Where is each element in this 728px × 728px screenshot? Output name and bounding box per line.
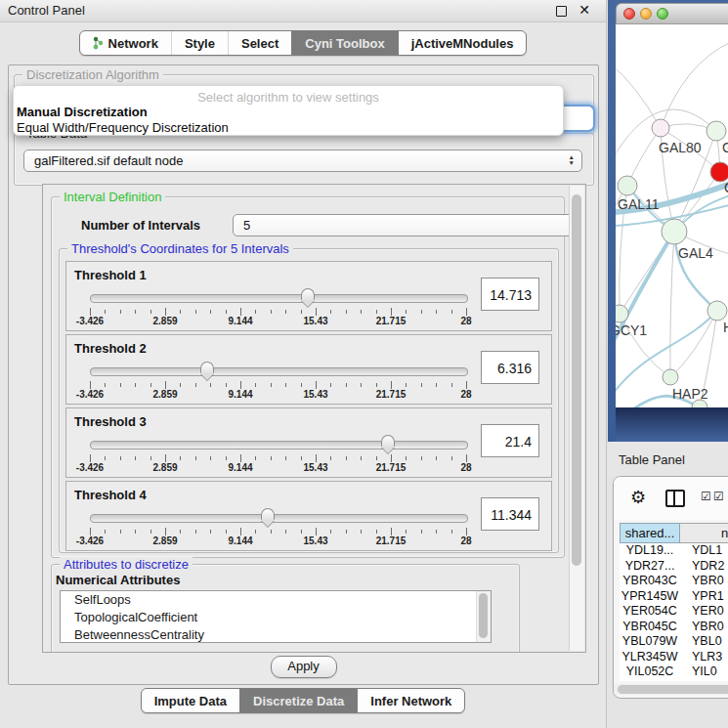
threshold-slider-thumb[interactable] [301,288,315,300]
threshold-slider-thumb[interactable] [381,435,395,447]
column-header-name[interactable]: n [680,523,728,543]
cell-shared-name: YIL052C [620,664,680,680]
tab-jactivemnodules[interactable]: jActiveMNodules [398,31,527,55]
node-label: GCY1 [616,322,647,338]
network-window-titlebar[interactable] [616,3,728,24]
network-node-gal11[interactable] [618,176,637,195]
network-node-ga[interactable] [707,121,726,141]
table-row[interactable]: YLR345WYLR3 [620,650,728,665]
table-data-combobox[interactable]: galFiltered.sif default node ▲▼ [23,150,582,172]
network-canvas[interactable]: GAL80GACGAL11GAL4GCY1HHAP2 [616,24,728,407]
attributes-scrollbar-thumb[interactable] [479,593,488,638]
vertical-scrollbar[interactable] [569,186,584,651]
attribute-item-selfloops[interactable]: SelfLoops [61,591,491,609]
threshold-label: Threshold 4 [74,488,147,502]
table-row[interactable]: YBR045CYBR0 [620,620,728,635]
tab-label: Cyni Toolbox [305,36,384,51]
bottom-tabs-wrap: Impute DataDiscretize DataInfer Network [0,688,606,713]
table-data-group: Table Data galFiltered.sif default node … [14,133,594,186]
slider-ticks [90,454,466,462]
threshold-value-field[interactable]: 6.316 [481,351,539,384]
gear-icon[interactable]: ⚙ [630,487,646,508]
table-horizontal-scrollbar[interactable] [614,684,728,695]
table-header-row: shared... n [620,523,728,543]
attribute-item-betweennesscentrality[interactable]: BetweennessCentrality [61,626,491,643]
table-row[interactable]: YBR043CYBR0 [620,574,728,589]
threshold-list: Threshold 1-3.4262.8599.14415.4321.71528… [65,261,552,554]
network-node-gal4[interactable] [662,219,687,244]
algorithm-option-manual-discretization[interactable]: Manual Discretization [17,105,555,120]
threshold-slider-track[interactable] [90,294,468,303]
network-node-c[interactable] [710,162,728,182]
cell-name: YDL1 [680,543,722,559]
close-traffic-light-icon[interactable] [623,8,635,20]
threshold-value-field[interactable]: 11.344 [481,497,539,531]
node-label: GAL4 [678,245,713,261]
checkbox-icon[interactable]: ☑ [713,490,724,503]
threshold-value-field[interactable]: 21.4 [481,424,539,457]
table-row[interactable]: YDL19...YDL1 [620,543,728,559]
table-row[interactable]: YDR27...YDR2 [620,559,728,575]
node-label: GA [722,140,728,155]
tab-network[interactable]: Network [80,31,171,55]
threshold-label: Threshold 2 [74,341,147,356]
table-body[interactable]: YDL19...YDL1YDR27...YDR2YBR043CYBR0YPR14… [620,543,728,681]
threshold-slider-track[interactable] [90,367,468,376]
columns-icon[interactable] [665,490,685,507]
slider-ticks [90,381,466,389]
threshold-slider-track[interactable] [90,514,468,523]
float-window-icon[interactable] [556,6,567,17]
algorithm-dropdown-popup: Select algorithm to view settings Manual… [13,85,564,136]
slider-tick-labels: -3.4262.8599.14415.4321.71528 [90,316,466,326]
zoom-traffic-light-icon[interactable] [657,8,668,20]
tab-discretize-data[interactable]: Discretize Data [239,689,357,712]
table-panel-title: Table Panel [619,452,685,467]
minimize-traffic-light-icon[interactable] [640,8,652,20]
slider-tick-labels: -3.4262.8599.14415.4321.71528 [90,535,466,546]
checkbox-icon[interactable]: ☑ [701,490,711,503]
threshold-value-field[interactable]: 14.713 [481,278,539,311]
cell-shared-name: YBL079W [620,634,680,650]
network-window-frame [616,407,728,442]
cell-shared-name: YER054C [620,604,680,620]
column-header-shared-name[interactable]: shared... [620,523,680,543]
network-node-gal80[interactable] [652,119,669,137]
table-row[interactable]: YPR145WYPR1 [620,589,728,605]
numerical-attributes-list[interactable]: SelfLoopsTopologicalCoefficientBetweenne… [60,590,492,643]
apply-button[interactable]: Apply [271,656,337,678]
network-icon [93,36,104,51]
network-node-gcy1[interactable] [616,305,628,322]
number-of-intervals-combobox[interactable]: 5 ▲▼ [233,214,584,236]
tab-impute-data[interactable]: Impute Data [142,689,239,712]
attribute-item-topologicalcoefficient[interactable]: TopologicalCoefficient [61,609,491,626]
cell-name: YPR1 [680,589,724,605]
tab-cyni-toolbox[interactable]: Cyni Toolbox [291,31,397,55]
attributes-scrollbar[interactable] [476,591,491,642]
tab-style[interactable]: Style [171,31,228,55]
interval-definition-label: Interval Definition [60,190,165,204]
table-row[interactable]: YBL079WYBL0 [620,634,728,650]
tab-select[interactable]: Select [228,31,291,55]
table-horizontal-scrollbar-thumb[interactable] [618,685,728,694]
table-row[interactable]: YER054CYER0 [620,604,728,620]
algorithm-option-equal-width-frequency-discretization[interactable]: Equal Width/Frequency Discretization [17,120,555,136]
table-panel: ⚙ ☑ ☑ shared... n YDL19...YDL1YDR27...YD… [613,476,728,699]
threshold-coordinates-group: Threshold's Coordinates for 5 Intervals … [59,248,559,553]
threshold-slider-thumb[interactable] [200,362,214,373]
close-icon[interactable]: ✕ [578,2,590,18]
threshold-panel-threshold-4: Threshold 4-3.4262.8599.14415.4321.71528… [65,481,552,551]
threshold-slider-track[interactable] [90,441,468,450]
slider-tick-labels: -3.4262.8599.14415.4321.71528 [90,389,466,400]
table-row[interactable]: YIL052CYIL0 [620,664,728,680]
bottom-tab-bar: Impute DataDiscretize DataInfer Network [141,688,466,713]
tab-infer-network[interactable]: Infer Network [357,689,464,712]
threshold-slider-thumb[interactable] [261,508,275,520]
vertical-scrollbar-thumb[interactable] [572,194,581,566]
algorithm-hint-text: Select algorithm to view settings [14,90,563,105]
network-node-h[interactable] [707,301,727,321]
network-node-hap2[interactable] [663,369,678,385]
discretization-algorithm-label: Discretization Algorithm [22,67,163,82]
slider-ticks [90,528,466,535]
threshold-panel-threshold-2: Threshold 2-3.4262.8599.14415.4321.71528… [65,334,552,405]
cell-name: YIL0 [680,664,717,680]
